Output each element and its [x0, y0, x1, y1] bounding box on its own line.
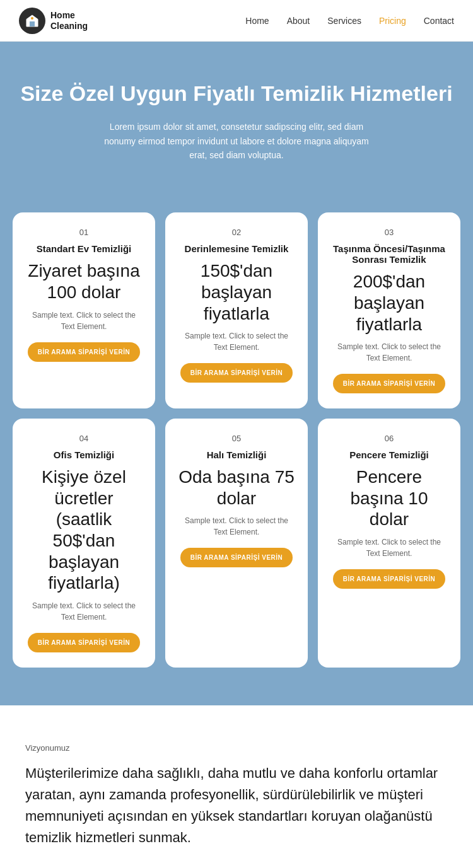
- card-1-price: Ziyaret başına 100 dolar: [25, 260, 143, 303]
- card-2-title: Derinlemesine Temizlik: [178, 243, 295, 254]
- nav-about[interactable]: About: [287, 16, 310, 26]
- card-5-desc: Sample text. Click to select the Text El…: [178, 515, 295, 538]
- svg-point-1: [31, 17, 33, 20]
- card-5-button[interactable]: BİR ARAMA SİPARİŞİ VERİN: [180, 548, 293, 567]
- card-6-desc: Sample text. Click to select the Text El…: [330, 536, 448, 559]
- card-3: 03 Taşınma Öncesi/Taşınma Sonrası Temizl…: [318, 212, 460, 408]
- card-2-button[interactable]: BİR ARAMA SİPARİŞİ VERİN: [180, 363, 293, 383]
- card-3-price: 200$'dan başlayan fiyatlarla: [330, 271, 448, 335]
- card-1-desc: Sample text. Click to select the Text El…: [25, 310, 143, 332]
- card-4-number: 04: [25, 434, 143, 443]
- cards-section: 01 Standart Ev Temizliği Ziyaret başına …: [0, 212, 473, 705]
- card-4: 04 Ofis Temizliği Kişiye özel ücretler (…: [13, 419, 155, 668]
- card-2-price: 150$'dan başlayan fiyatlarla: [178, 260, 295, 324]
- card-4-price: Kişiye özel ücretler (saatlik 50$'dan ba…: [25, 466, 143, 594]
- card-5-number: 05: [178, 434, 295, 443]
- card-5-title: Halı Temizliği: [178, 449, 295, 460]
- card-6-title: Pencere Temizliği: [330, 449, 448, 460]
- vision-label: Vizyonumuz: [25, 743, 448, 753]
- vision-text: Müşterilerimize daha sağlıklı, daha mutl…: [25, 763, 448, 848]
- header: Home Cleaning Home About Services Pricin…: [0, 0, 473, 42]
- card-3-desc: Sample text. Click to select the Text El…: [330, 341, 448, 364]
- card-1: 01 Standart Ev Temizliği Ziyaret başına …: [13, 212, 155, 408]
- card-6: 06 Pencere Temizliği Pencere başına 10 d…: [318, 419, 460, 668]
- vision-section: Vizyonumuz Müşterilerimize daha sağlıklı…: [0, 705, 473, 868]
- card-1-number: 01: [25, 228, 143, 237]
- logo: Home Cleaning: [19, 8, 88, 34]
- svg-rect-0: [30, 21, 35, 26]
- card-1-button[interactable]: BİR ARAMA SİPARİŞİ VERİN: [28, 342, 141, 362]
- hero-title: Size Özel Uygun Fiyatlı Temizlik Hizmetl…: [19, 79, 454, 107]
- card-4-title: Ofis Temizliği: [25, 449, 143, 460]
- card-2: 02 Derinlemesine Temizlik 150$'dan başla…: [165, 212, 308, 408]
- card-6-button[interactable]: BİR ARAMA SİPARİŞİ VERİN: [333, 569, 446, 589]
- hero-section: Size Özel Uygun Fiyatlı Temizlik Hizmetl…: [0, 42, 473, 212]
- card-3-title: Taşınma Öncesi/Taşınma Sonrası Temizlik: [330, 243, 448, 265]
- card-5-price: Oda başına 75 dolar: [178, 466, 295, 509]
- card-5: 05 Halı Temizliği Oda başına 75 dolar Sa…: [165, 419, 308, 668]
- card-2-number: 02: [178, 228, 295, 237]
- card-1-title: Standart Ev Temizliği: [25, 243, 143, 254]
- card-3-button[interactable]: BİR ARAMA SİPARİŞİ VERİN: [333, 374, 446, 393]
- logo-icon: [19, 8, 45, 34]
- cards-grid: 01 Standart Ev Temizliği Ziyaret başına …: [13, 212, 460, 667]
- card-6-price: Pencere başına 10 dolar: [330, 466, 448, 530]
- main-nav: Home About Services Pricing Contact: [245, 16, 454, 26]
- card-4-desc: Sample text. Click to select the Text El…: [25, 600, 143, 623]
- card-4-button[interactable]: BİR ARAMA SİPARİŞİ VERİN: [28, 633, 141, 652]
- hero-description: Lorem ipsum dolor sit amet, consetetur s…: [104, 120, 369, 162]
- nav-services[interactable]: Services: [327, 16, 361, 26]
- nav-home[interactable]: Home: [245, 16, 269, 26]
- card-6-number: 06: [330, 434, 448, 443]
- card-2-desc: Sample text. Click to select the Text El…: [178, 330, 295, 353]
- card-3-number: 03: [330, 228, 448, 237]
- nav-pricing[interactable]: Pricing: [379, 16, 406, 26]
- nav-contact[interactable]: Contact: [424, 16, 454, 26]
- logo-text: Home Cleaning: [50, 10, 88, 32]
